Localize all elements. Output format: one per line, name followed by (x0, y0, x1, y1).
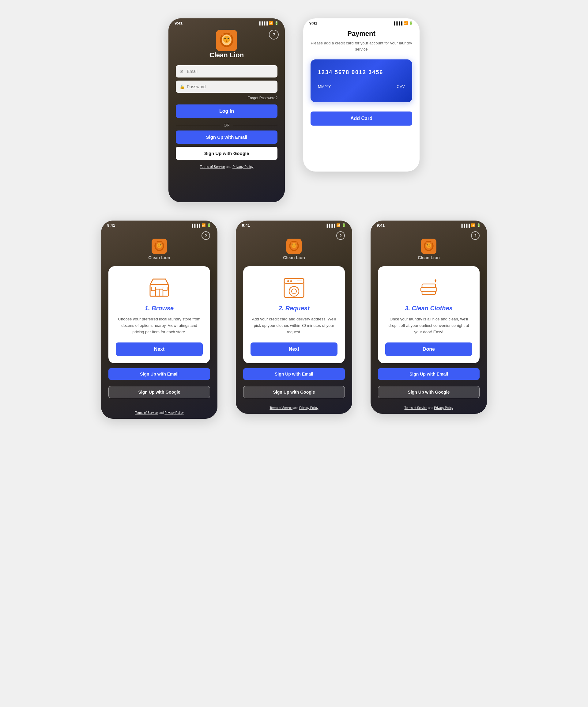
onboard2-signup-google[interactable]: Sign Up with Google (243, 386, 345, 398)
battery-icon: 🔋 (207, 223, 211, 227)
battery-icon: 🔋 (342, 223, 346, 227)
onboard1-status-bar: 9:41 ▐▐▐▐ 📶 🔋 (101, 221, 217, 229)
onboard1-description: Choose your preferred local laundry stor… (116, 316, 203, 335)
onboard2-privacy-link[interactable]: Privacy Policy (299, 406, 318, 410)
login-status-icons: ▐▐▐▐ 📶 🔋 (258, 21, 279, 25)
payment-subtitle: Please add a credit card for your accoun… (311, 40, 412, 52)
onboard3-terms-link[interactable]: Terms of Service (405, 406, 427, 410)
onboard3-done-button[interactable]: Done (385, 342, 472, 356)
onboard2-next-button[interactable]: Next (250, 342, 338, 356)
or-divider: OR (176, 123, 277, 128)
mini-app-title2: Clean Lion (283, 255, 305, 260)
svg-rect-46 (422, 291, 436, 294)
onboard3-description: Once your laundry is all nice and clean,… (385, 316, 472, 335)
browse-icon (147, 275, 172, 300)
help-icon[interactable]: ? (336, 231, 345, 240)
onboard-request-screen: 9:41 ▐▐▐▐ 📶 🔋 ? Clean Lion (236, 221, 352, 414)
onboard1-title: 1. Browse (145, 305, 174, 312)
card-cvv: CVV (396, 84, 405, 89)
svg-point-6 (226, 40, 227, 41)
svg-point-10 (157, 243, 162, 248)
svg-point-26 (292, 244, 293, 245)
onboard3-status-icons: ▐▐▐▐ 📶 🔋 (460, 223, 481, 227)
svg-point-34 (291, 289, 297, 294)
svg-rect-21 (163, 287, 167, 291)
onboard1-status-icons: ▐▐▐▐ 📶 🔋 (191, 223, 211, 227)
svg-point-36 (290, 280, 292, 282)
onboard1-signup-email[interactable]: Sign Up with Email (108, 368, 210, 380)
onboard1-bottom: Sign Up with Email Sign Up with Google (101, 363, 217, 409)
mini-app-title: Clean Lion (148, 255, 170, 260)
svg-point-43 (428, 246, 429, 246)
login-status-bar: 9:41 ▐▐▐▐ 📶 🔋 (168, 19, 285, 27)
svg-point-33 (289, 287, 299, 296)
help-icon[interactable]: ? (269, 30, 279, 39)
battery-icon: 🔋 (274, 21, 279, 25)
signal-icon: ▐▐▐▐ (258, 22, 268, 25)
card-expiry: MM/YY (318, 84, 331, 89)
onboard3-status-bar: 9:41 ▐▐▐▐ 📶 🔋 (371, 221, 487, 229)
svg-point-27 (295, 244, 296, 245)
password-input[interactable] (176, 80, 277, 93)
mini-app-title3: Clean Lion (418, 255, 440, 260)
onboard3-privacy-link[interactable]: Privacy Policy (434, 406, 453, 410)
onboard2-title: 2. Request (278, 305, 309, 312)
svg-point-4 (224, 38, 226, 39)
onboard2-description: Add your credit card and delivery addres… (250, 316, 338, 335)
payment-content: Payment Please add a credit card for you… (303, 27, 420, 135)
onboard3-bottom: Sign Up with Email Sign Up with Google (371, 363, 487, 404)
svg-point-14 (159, 246, 160, 246)
onboard2-signup-email[interactable]: Sign Up with Email (243, 368, 345, 380)
payment-time: 9:41 (309, 21, 317, 26)
onboard2-bottom: Sign Up with Email Sign Up with Google (236, 363, 352, 404)
onboard2-terms-link[interactable]: Terms of Service (270, 406, 292, 410)
svg-point-2 (223, 36, 230, 43)
onboard1-signup-google[interactable]: Sign Up with Google (108, 386, 210, 398)
mini-lion-logo (151, 239, 167, 254)
payment-title: Payment (347, 30, 376, 38)
login-button[interactable]: Log In (176, 104, 277, 118)
onboard1-terms: Terms of Service and Privacy Policy (101, 409, 217, 419)
svg-point-5 (228, 38, 229, 39)
svg-point-13 (160, 244, 161, 245)
onboard3-signup-email[interactable]: Sign Up with Email (378, 368, 480, 380)
onboard3-card: 3. Clean Clothes Once your laundry is al… (378, 266, 480, 363)
svg-point-39 (426, 243, 431, 248)
wifi-icon: 📶 (336, 223, 341, 227)
svg-point-35 (287, 280, 289, 282)
email-input[interactable] (176, 65, 277, 77)
password-input-wrap: 🔒 (176, 80, 277, 93)
email-input-wrap: ✉ (176, 65, 277, 77)
svg-point-24 (291, 243, 297, 248)
onboard1-next-button[interactable]: Next (116, 342, 203, 356)
battery-icon: 🔋 (477, 223, 481, 227)
add-card-button[interactable]: Add Card (311, 111, 412, 126)
lion-logo (216, 30, 237, 51)
signup-google-button[interactable]: Sign Up with Google (176, 147, 277, 160)
battery-icon: 🔋 (409, 21, 413, 25)
login-time: 9:41 (175, 21, 182, 26)
help-icon[interactable]: ? (202, 231, 210, 240)
onboard1-privacy-link[interactable]: Privacy Policy (165, 411, 183, 414)
onboard3-bg-content: ? Clean Lion (371, 229, 487, 363)
signal-icon: ▐▐▐▐ (460, 224, 470, 227)
svg-rect-47 (421, 288, 437, 291)
onboard2-bg-content: ? Clean Lion (236, 229, 352, 363)
wifi-icon: 📶 (269, 21, 273, 25)
onboard-browse-screen: 9:41 ▐▐▐▐ 📶 🔋 ? (101, 221, 217, 419)
svg-point-41 (427, 244, 428, 245)
clean-clothes-icon (416, 275, 441, 300)
privacy-link[interactable]: Privacy Policy (233, 165, 253, 168)
onboard3-signup-google[interactable]: Sign Up with Google (378, 386, 480, 398)
terms-link[interactable]: Terms of Service (200, 165, 225, 168)
forgot-password-link[interactable]: Forgot Password? (248, 96, 277, 100)
onboard1-card: 1. Browse Choose your preferred local la… (108, 266, 210, 363)
app-title: Clean Lion (209, 51, 244, 59)
payment-status-bar: 9:41 ▐▐▐▐ 📶 🔋 (303, 19, 420, 27)
row-1: 9:41 ▐▐▐▐ 📶 🔋 ? (168, 19, 420, 202)
signup-email-button[interactable]: Sign Up with Email (176, 131, 277, 144)
onboard1-terms-link[interactable]: Terms of Service (135, 411, 158, 414)
svg-point-12 (158, 244, 159, 245)
row-2: 9:41 ▐▐▐▐ 📶 🔋 ? (101, 221, 487, 419)
help-icon[interactable]: ? (471, 231, 480, 240)
